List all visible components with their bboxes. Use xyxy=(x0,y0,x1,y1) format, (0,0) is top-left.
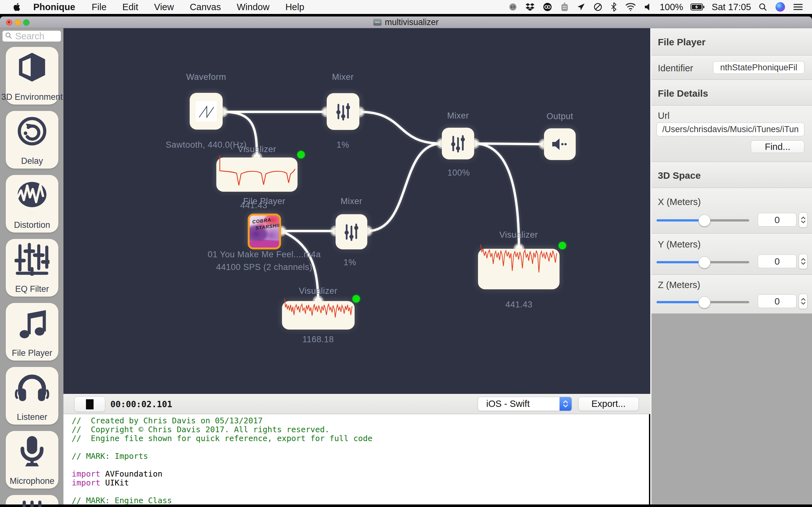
z-slider-knob[interactable] xyxy=(699,296,711,308)
palette-item-3d-environment[interactable]: 3D Environment xyxy=(6,47,58,105)
palette-item-distortion[interactable]: Distortion xyxy=(6,175,58,233)
palette-item-delay[interactable]: Delay xyxy=(6,111,58,169)
palette-item-eq-filter[interactable]: EQ Filter xyxy=(6,239,58,297)
palette-item-label: Microphone xyxy=(9,476,54,486)
file-player-node[interactable]: COBRA STARSHIP xyxy=(248,214,281,249)
wifi-menu-icon[interactable] xyxy=(621,3,640,11)
siri-icon[interactable] xyxy=(771,2,789,12)
palette-search-box[interactable] xyxy=(2,31,61,42)
node-value: 01 You Make Me Feel....m4a xyxy=(208,250,321,260)
y-slider-knob[interactable] xyxy=(699,257,711,268)
search-icon xyxy=(5,32,12,40)
headphones-icon xyxy=(6,371,58,402)
wire-layer xyxy=(63,28,650,394)
active-indicator xyxy=(559,242,566,249)
code-keyword: import xyxy=(72,469,100,478)
active-indicator xyxy=(297,151,305,158)
do-not-disturb-menu-icon[interactable] xyxy=(589,3,606,11)
menu-clock[interactable]: Sat 17:05 xyxy=(709,2,754,12)
menu-file[interactable]: File xyxy=(84,2,114,12)
menu-status-area: 100% Sat 17:05 xyxy=(504,2,812,12)
music-note-icon xyxy=(6,307,58,340)
palette-item-label: Listener xyxy=(17,412,47,422)
visualizer-node-1[interactable] xyxy=(216,158,298,192)
palette-item-microphone[interactable]: Microphone xyxy=(6,431,58,489)
identifier-field[interactable] xyxy=(713,61,804,74)
adobe-cc-menu-icon[interactable] xyxy=(539,2,556,12)
z-slider[interactable] xyxy=(657,301,749,303)
wire-mixer1-mixer3 xyxy=(359,112,442,144)
x-slider-knob[interactable] xyxy=(699,215,711,227)
palette-item-partial[interactable] xyxy=(6,495,58,504)
menu-canvas[interactable]: Canvas xyxy=(182,2,229,12)
popup-chevrons-icon xyxy=(560,397,571,411)
location-menu-icon[interactable] xyxy=(573,3,589,11)
spotlight-search-icon[interactable] xyxy=(754,3,771,11)
identifier-section: Identifier xyxy=(652,55,812,80)
code-mark: // MARK: Engine Class xyxy=(72,496,172,505)
palette-item-label: 3D Environment xyxy=(1,92,63,102)
menu-window[interactable]: Window xyxy=(229,2,277,12)
mixer-node-2[interactable] xyxy=(336,214,367,249)
node-value: Sawtooth, 440.0(Hz) xyxy=(165,140,247,150)
window-title-bar: multivisualizer xyxy=(0,16,812,28)
patch-canvas[interactable]: Waveform Sawtooth, 440.0(Hz) Mixer 1% Vi… xyxy=(63,28,650,394)
node-title: Mixer xyxy=(341,196,362,206)
desktop-wallpaper-gap xyxy=(0,14,812,16)
z-value-field[interactable] xyxy=(758,294,797,308)
node-value: 44100 SPS (2 channels) xyxy=(216,262,312,272)
battery-icon[interactable] xyxy=(687,3,709,11)
z-axis-label: Z (Meters) xyxy=(658,280,700,290)
visualizer-node-2[interactable] xyxy=(282,301,355,330)
node-value: 1168.18 xyxy=(302,335,334,344)
node-value: 100% xyxy=(447,168,470,178)
x-value-field[interactable] xyxy=(758,213,797,227)
album-art: COBRA STARSHIP xyxy=(248,214,281,249)
waveform-trace xyxy=(219,158,295,189)
sawtooth-icon xyxy=(196,101,217,121)
x-stepper[interactable] xyxy=(799,212,808,228)
bluetooth-menu-icon[interactable] xyxy=(606,2,621,12)
palette-item-file-player[interactable]: File Player xyxy=(6,303,58,360)
waveform-node[interactable] xyxy=(190,93,223,130)
playback-time: 00:00:02.101 xyxy=(110,394,172,414)
menu-edit[interactable]: Edit xyxy=(114,2,146,12)
find-button[interactable]: Find... xyxy=(751,140,804,153)
stop-button[interactable] xyxy=(74,396,105,412)
mixer-node-3[interactable] xyxy=(442,128,474,159)
screen: Phonique File Edit View Canvas Window He… xyxy=(0,0,812,507)
output-node[interactable] xyxy=(544,128,576,160)
palette-item-listener[interactable]: Listener xyxy=(6,367,58,425)
y-stepper[interactable] xyxy=(799,254,808,269)
document-proxy-icon[interactable] xyxy=(373,19,382,26)
code-preview[interactable]: // Created by Chris Davis on 05/13/2017 … xyxy=(63,414,649,504)
node-title: Visualizer xyxy=(238,145,276,154)
platform-select[interactable]: iOS - Swift xyxy=(478,397,572,411)
menu-view[interactable]: View xyxy=(146,2,182,12)
export-button[interactable]: Export... xyxy=(578,397,639,411)
palette-item-label: EQ Filter xyxy=(15,284,49,294)
node-value: 441.43 xyxy=(505,300,532,309)
y-slider[interactable] xyxy=(657,261,749,263)
url-field[interactable] xyxy=(657,123,804,136)
code-module: UIKit xyxy=(105,478,129,487)
find-button-label: Find... xyxy=(765,142,791,152)
x-axis-label: X (Meters) xyxy=(658,197,701,207)
dropbox-menu-icon[interactable] xyxy=(521,3,539,11)
space-title: 3D Space xyxy=(658,170,701,181)
search-input[interactable] xyxy=(14,31,57,42)
visualizer-node-3[interactable] xyxy=(478,249,560,289)
z-stepper[interactable] xyxy=(799,294,808,309)
mixer-node-1[interactable] xyxy=(327,93,359,130)
inspector-panel: File Player Identifier File Details Url … xyxy=(650,28,812,504)
password-robot-menu-icon[interactable] xyxy=(556,2,573,12)
x-slider[interactable] xyxy=(657,219,749,222)
menu-app-name[interactable]: Phonique xyxy=(25,2,84,12)
y-value-field[interactable] xyxy=(758,255,797,268)
apple-menu-icon[interactable] xyxy=(0,2,25,12)
volume-menu-icon[interactable] xyxy=(640,3,657,11)
transport-bar: 00:00:02.101 iOS - Swift Export... xyxy=(63,394,650,414)
menu-help[interactable]: Help xyxy=(277,2,312,12)
notification-center-icon[interactable] xyxy=(789,3,807,11)
mask-menu-icon[interactable] xyxy=(504,3,521,11)
